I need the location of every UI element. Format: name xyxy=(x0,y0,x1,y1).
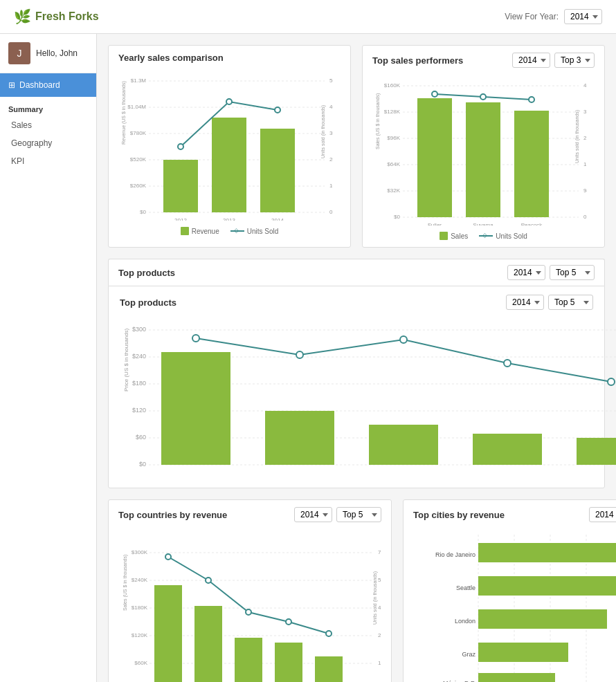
revenue-bar-icon xyxy=(181,227,189,235)
svg-text:$60: $60 xyxy=(136,434,146,441)
performers-controls: 2014 Top 3Top 5 xyxy=(512,53,595,68)
cities-chart: Rio de Janeiro Seattle London Graz Méxic… xyxy=(413,528,616,682)
yearly-sales-panel: Yearly sales comparison $0 $260K $520K $… xyxy=(108,45,351,248)
svg-text:$160K: $160K xyxy=(384,82,401,89)
svg-text:$120K: $120K xyxy=(132,632,148,638)
sidebar-item-dashboard[interactable]: ⊞ Dashboard xyxy=(0,73,96,97)
svg-point-21 xyxy=(178,144,183,149)
grid-icon: ⊞ xyxy=(8,80,15,90)
countries-title: Top countries by revenue xyxy=(118,510,227,520)
top-products-main-controls: 2014 Top 5Top 3Top 10 xyxy=(506,295,593,310)
top-countries-panel: Top countries by revenue 2014 Top 5Top 3… xyxy=(108,499,392,682)
svg-point-52 xyxy=(480,94,486,100)
legend-units: ◇ Units Sold xyxy=(230,227,279,235)
top-products-mini-top[interactable]: Top 5Top 3Top 10 xyxy=(550,265,595,280)
bottom-row: Top countries by revenue 2014 Top 5Top 3… xyxy=(108,499,605,682)
units-line-icon: ◇ xyxy=(230,230,244,232)
svg-rect-112 xyxy=(315,656,343,682)
svg-text:30,000: 30,000 xyxy=(329,130,333,136)
yearly-chart-area: $0 $260K $520K $780K $1.04M $1.3M 0 10,0… xyxy=(118,68,341,223)
svg-rect-146 xyxy=(478,673,555,682)
svg-rect-110 xyxy=(235,638,262,682)
svg-point-85 xyxy=(400,336,407,343)
svg-text:Revenue (US $ in thousands): Revenue (US $ in thousands) xyxy=(121,81,127,145)
main-layout: J Hello, John ⊞ Dashboard Summary Sales … xyxy=(0,34,616,682)
svg-rect-81 xyxy=(473,434,542,465)
cities-controls: 2014 Top 5Top 3Top 10 xyxy=(589,507,616,522)
cities-header: Top cities by revenue 2014 Top 5Top 3Top… xyxy=(413,507,616,522)
top-products-mini-panel: Top products 2014 Top 5Top 3Top 10 xyxy=(108,259,605,286)
sidebar-item-sales[interactable]: Sales xyxy=(0,116,96,134)
svg-text:$1.04M: $1.04M xyxy=(127,104,146,110)
svg-rect-108 xyxy=(154,585,182,682)
svg-text:$180: $180 xyxy=(132,380,146,387)
svg-point-51 xyxy=(432,91,437,97)
svg-rect-109 xyxy=(194,606,222,682)
top-products-mini-controls: 2014 Top 5Top 3Top 10 xyxy=(507,265,595,280)
sidebar-summary-title: Summary xyxy=(0,97,96,116)
svg-text:$1.3M: $1.3M xyxy=(131,77,147,84)
svg-rect-78 xyxy=(161,352,230,465)
svg-text:4,200: 4,200 xyxy=(378,605,381,611)
svg-text:Units sold (in thousands): Units sold (in thousands) xyxy=(574,110,580,163)
countries-header: Top countries by revenue 2014 Top 5Top 3… xyxy=(118,507,381,522)
svg-text:10,000: 10,000 xyxy=(329,183,333,189)
svg-text:3,760: 3,760 xyxy=(583,109,587,115)
dashboard-label: Dashboard xyxy=(19,80,60,90)
svg-text:$240K: $240K xyxy=(132,577,148,583)
svg-rect-48 xyxy=(417,98,452,217)
top-products-mini-year[interactable]: 2014 xyxy=(507,265,545,280)
top-products-main-top[interactable]: Top 5Top 3Top 10 xyxy=(548,295,593,310)
svg-point-113 xyxy=(165,554,171,560)
top-panels-row: Yearly sales comparison $0 $260K $520K $… xyxy=(108,45,605,248)
svg-rect-82 xyxy=(577,438,616,465)
user-row: J Hello, John xyxy=(0,34,96,73)
top-products-main-year[interactable]: 2014 xyxy=(506,295,544,310)
top-performers-panel: Top sales performers 2014 Top 3Top 5 $0 … xyxy=(362,45,605,248)
svg-rect-79 xyxy=(265,411,334,465)
svg-rect-142 xyxy=(478,543,616,562)
svg-text:7,000: 7,000 xyxy=(378,549,381,555)
svg-text:2,800: 2,800 xyxy=(378,632,381,638)
view-year-label: View For Year: xyxy=(505,12,559,21)
svg-text:$128K: $128K xyxy=(384,109,401,115)
performers-year-selector[interactable]: 2014 xyxy=(512,53,550,68)
svg-text:1,880: 1,880 xyxy=(583,161,587,167)
legend-revenue: Revenue xyxy=(181,227,219,235)
svg-text:2012: 2012 xyxy=(174,217,187,221)
svg-rect-80 xyxy=(369,425,438,465)
yearly-svg: $0 $260K $520K $780K $1.04M $1.3M 0 10,0… xyxy=(118,68,333,221)
performers-chart-area: $0 $32K $64K $96K $128K $160K 0 940 1,88… xyxy=(372,73,595,228)
units-line-icon2: ◇ xyxy=(479,235,493,237)
performers-panel-header: Top sales performers 2014 Top 3Top 5 xyxy=(372,53,595,68)
svg-point-53 xyxy=(529,97,534,102)
cities-year[interactable]: 2014 xyxy=(589,507,616,522)
svg-rect-144 xyxy=(478,609,607,629)
sidebar-item-kpi[interactable]: KPI xyxy=(0,152,96,170)
top-products-main-header: Top products 2014 Top 5Top 3Top 10 xyxy=(120,295,593,310)
svg-text:4,700: 4,700 xyxy=(583,82,587,89)
svg-text:2,820: 2,820 xyxy=(583,135,587,141)
performers-top-selector[interactable]: Top 3Top 5 xyxy=(554,53,595,68)
top-products-main-svg: $0 $60 $120 $180 $240 $300 0 140 280 420… xyxy=(120,315,616,474)
logo-area: 🌿 Fresh Forks xyxy=(14,8,99,25)
svg-text:$64K: $64K xyxy=(387,161,400,167)
svg-point-114 xyxy=(206,578,211,583)
svg-text:$0: $0 xyxy=(394,214,400,220)
svg-point-23 xyxy=(275,107,280,113)
countries-top[interactable]: Top 5Top 3Top 10 xyxy=(336,507,381,522)
svg-text:1,400: 1,400 xyxy=(378,660,381,666)
svg-rect-145 xyxy=(478,643,568,662)
svg-point-117 xyxy=(326,631,332,636)
svg-text:Suyama: Suyama xyxy=(473,222,493,225)
svg-text:Price (US $ in thousands): Price (US $ in thousands) xyxy=(123,329,129,391)
countries-year[interactable]: 2014 xyxy=(294,507,332,522)
year-selector[interactable]: 2014 xyxy=(564,9,602,24)
svg-rect-50 xyxy=(514,111,549,217)
top-products-mini-header: Top products 2014 Top 5Top 3Top 10 xyxy=(118,265,595,280)
sidebar-item-geography[interactable]: Geography xyxy=(0,134,96,152)
logo-leaf-icon: 🌿 xyxy=(14,8,31,25)
user-name: Hello, John xyxy=(36,48,78,58)
svg-point-116 xyxy=(286,619,291,625)
countries-svg: $0 $60K $120K $180K $240K $300K 0 1,400 … xyxy=(118,528,381,682)
